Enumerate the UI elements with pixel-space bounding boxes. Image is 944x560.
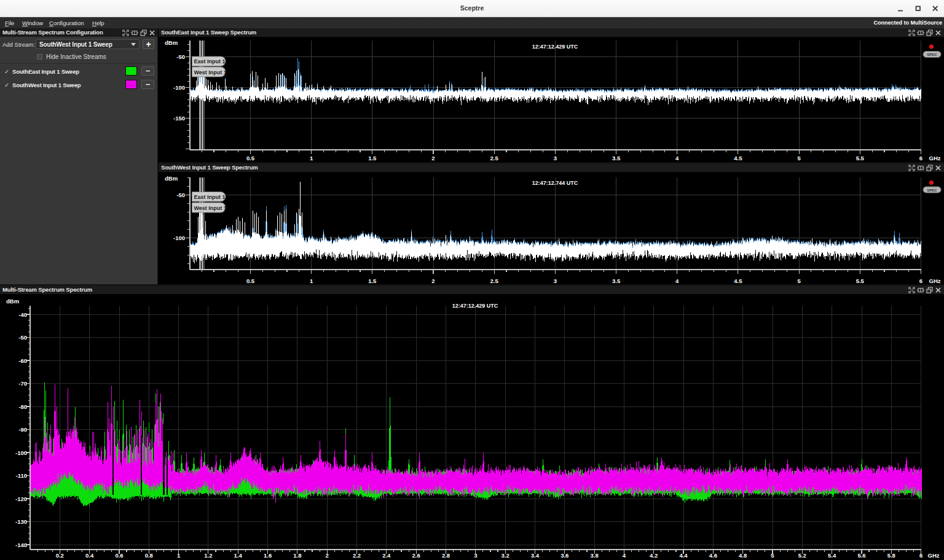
svg-text:dBm: dBm bbox=[165, 39, 178, 46]
svg-text:1.5: 1.5 bbox=[368, 278, 377, 284]
svg-text:4.5: 4.5 bbox=[734, 155, 742, 161]
svg-text:-50: -50 bbox=[176, 53, 185, 60]
svg-text:dBm: dBm bbox=[6, 298, 19, 305]
svg-text:3.4: 3.4 bbox=[531, 552, 540, 559]
svg-text:-140: -140 bbox=[15, 542, 27, 548]
svg-text:3.2: 3.2 bbox=[501, 552, 509, 559]
svg-text:1: 1 bbox=[177, 552, 181, 559]
svg-text:-110: -110 bbox=[16, 472, 28, 479]
svg-text:1: 1 bbox=[310, 278, 313, 284]
svg-text:4: 4 bbox=[675, 155, 679, 161]
svg-text:-50: -50 bbox=[18, 334, 27, 341]
svg-text:5: 5 bbox=[797, 278, 801, 284]
svg-text:5.5: 5.5 bbox=[856, 278, 865, 284]
svg-text:3.5: 3.5 bbox=[612, 278, 621, 284]
svg-text:5: 5 bbox=[797, 155, 801, 161]
svg-text:12:47:12.429 UTC: 12:47:12.429 UTC bbox=[532, 44, 578, 50]
svg-text:-90: -90 bbox=[18, 426, 27, 433]
svg-text:1.5: 1.5 bbox=[368, 155, 377, 161]
svg-text:SPEC: SPEC bbox=[927, 53, 937, 56]
svg-text:-130: -130 bbox=[15, 518, 27, 525]
svg-text:-50: -50 bbox=[176, 192, 185, 198]
svg-text:1.6: 1.6 bbox=[264, 552, 272, 559]
svg-text:5.2: 5.2 bbox=[798, 552, 806, 559]
svg-text:dBm: dBm bbox=[165, 175, 178, 182]
svg-text:2.5: 2.5 bbox=[490, 155, 499, 161]
svg-text:3: 3 bbox=[554, 278, 557, 284]
svg-text:GHz: GHz bbox=[928, 552, 940, 559]
svg-text:3: 3 bbox=[554, 155, 557, 161]
svg-text:6: 6 bbox=[919, 278, 922, 284]
svg-text:SPEC: SPEC bbox=[927, 189, 937, 192]
svg-text:4: 4 bbox=[623, 552, 626, 559]
svg-text:4.4: 4.4 bbox=[679, 552, 688, 559]
svg-text:2: 2 bbox=[326, 552, 329, 559]
svg-text:-150: -150 bbox=[173, 115, 185, 122]
svg-text:0.2: 0.2 bbox=[56, 552, 64, 559]
svg-text:5.5: 5.5 bbox=[856, 155, 865, 161]
svg-text:GHz: GHz bbox=[929, 278, 941, 284]
svg-text:0.4: 0.4 bbox=[85, 552, 94, 559]
svg-text:-100: -100 bbox=[15, 449, 27, 456]
svg-text:2.8: 2.8 bbox=[442, 552, 450, 559]
svg-text:4.6: 4.6 bbox=[709, 552, 717, 559]
svg-text:-80: -80 bbox=[18, 403, 27, 410]
svg-text:1.2: 1.2 bbox=[204, 552, 212, 559]
svg-text:0.5: 0.5 bbox=[246, 155, 255, 161]
svg-text:5.8: 5.8 bbox=[887, 552, 895, 559]
svg-text:3.8: 3.8 bbox=[590, 552, 598, 559]
svg-text:4: 4 bbox=[675, 278, 679, 284]
svg-text:GHz: GHz bbox=[929, 155, 941, 161]
svg-text:4.2: 4.2 bbox=[650, 552, 658, 559]
svg-text:1: 1 bbox=[310, 155, 313, 161]
svg-text:2.2: 2.2 bbox=[353, 552, 361, 559]
svg-text:5.6: 5.6 bbox=[857, 552, 865, 559]
svg-text:5.4: 5.4 bbox=[828, 552, 836, 559]
svg-text:6: 6 bbox=[919, 155, 922, 161]
svg-text:East Input 1: East Input 1 bbox=[194, 194, 226, 200]
svg-text:-70: -70 bbox=[18, 380, 27, 387]
svg-text:1.4: 1.4 bbox=[234, 552, 243, 559]
svg-text:-40: -40 bbox=[18, 311, 27, 318]
svg-text:0.8: 0.8 bbox=[145, 552, 153, 559]
svg-text:12:47:12.744 UTC: 12:47:12.744 UTC bbox=[532, 180, 578, 186]
svg-text:0.6: 0.6 bbox=[115, 552, 123, 559]
svg-text:3: 3 bbox=[474, 552, 477, 559]
svg-text:2: 2 bbox=[431, 278, 435, 284]
svg-text:0.5: 0.5 bbox=[246, 278, 255, 284]
svg-text:5: 5 bbox=[771, 552, 774, 559]
svg-text:6: 6 bbox=[919, 552, 922, 559]
svg-text:-60: -60 bbox=[18, 357, 27, 364]
svg-text:-100: -100 bbox=[173, 235, 185, 241]
svg-text:-120: -120 bbox=[15, 496, 27, 502]
svg-text:1.8: 1.8 bbox=[293, 552, 301, 559]
svg-text:4.8: 4.8 bbox=[739, 552, 747, 559]
svg-text:2.6: 2.6 bbox=[412, 552, 420, 559]
svg-text:2.4: 2.4 bbox=[382, 552, 391, 559]
svg-text:2.5: 2.5 bbox=[490, 278, 499, 284]
svg-text:4.5: 4.5 bbox=[734, 278, 742, 284]
svg-text:12:47:12.429 UTC: 12:47:12.429 UTC bbox=[452, 303, 498, 309]
svg-text:-100: -100 bbox=[173, 84, 185, 91]
svg-text:West Input 1: West Input 1 bbox=[194, 205, 227, 211]
svg-text:West Input 1: West Input 1 bbox=[194, 69, 227, 76]
svg-text:3.6: 3.6 bbox=[560, 552, 568, 559]
svg-text:3.5: 3.5 bbox=[612, 155, 621, 161]
svg-text:East Input 1: East Input 1 bbox=[194, 58, 226, 64]
svg-text:2: 2 bbox=[431, 155, 435, 161]
